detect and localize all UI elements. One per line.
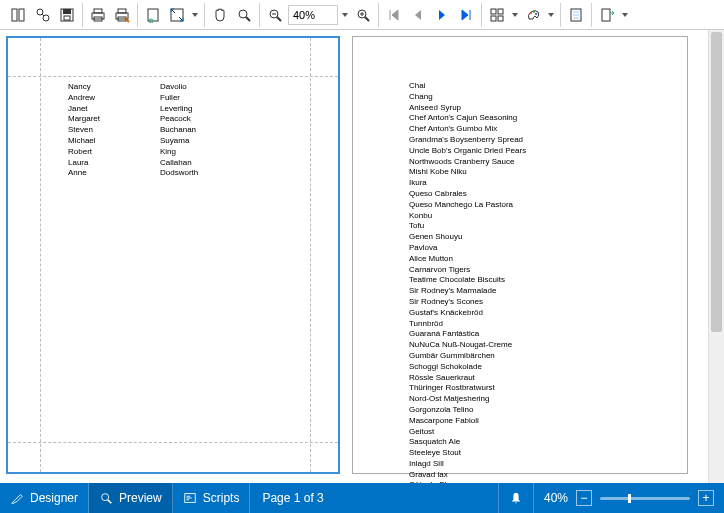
color-button[interactable]	[522, 4, 544, 26]
list-item: Steven	[68, 125, 100, 136]
next-page-button[interactable]	[431, 4, 453, 26]
scrollbar-thumb[interactable]	[711, 32, 722, 332]
list-item: Sir Rodney's Marmalade	[409, 286, 526, 297]
multipage-button[interactable]	[486, 4, 508, 26]
svg-rect-6	[63, 9, 71, 14]
list-item: Guaraná Fantástica	[409, 329, 526, 340]
magnifier-button[interactable]	[233, 4, 255, 26]
list-item: Michael	[68, 136, 100, 147]
list-item: Pavlova	[409, 243, 526, 254]
export-button[interactable]	[596, 4, 618, 26]
save-button[interactable]	[56, 4, 78, 26]
list-item: Uncle Bob's Organic Dried Pears	[409, 146, 526, 157]
list-item: Rössle Sauerkraut	[409, 373, 526, 384]
zoom-input[interactable]	[288, 5, 338, 25]
zoom-in-status-button[interactable]: +	[698, 490, 714, 506]
list-item: Alice Mutton	[409, 254, 526, 265]
zoom-label: 40%	[544, 491, 568, 505]
list-item: Andrew	[68, 93, 100, 104]
list-item: Nord-Ost Matjeshering	[409, 394, 526, 405]
list-item: Robert	[68, 147, 100, 158]
svg-rect-28	[491, 16, 496, 21]
svg-line-18	[246, 17, 250, 21]
svg-point-17	[239, 10, 247, 18]
list-item: Ikura	[409, 178, 526, 189]
list-item: Steeleye Stout	[409, 448, 526, 459]
last-name-column: DavolioFullerLeverlingPeacockBuchananSuy…	[160, 82, 198, 179]
page-2[interactable]: ChaiChangAniseed SyrupChef Anton's Cajun…	[352, 36, 688, 474]
list-item: Schoggi Schokolade	[409, 362, 526, 373]
list-item: Callahan	[160, 158, 198, 169]
svg-rect-11	[118, 9, 126, 13]
list-item: Gumbär Gummibärchen	[409, 351, 526, 362]
page-1[interactable]: NancyAndrewJanetMargaretStevenMichaelRob…	[6, 36, 340, 474]
list-item: Suyama	[160, 136, 198, 147]
multipage-dropdown[interactable]	[510, 4, 520, 26]
page-setup-button[interactable]	[142, 4, 164, 26]
zoom-in-button[interactable]	[352, 4, 374, 26]
list-item: Laura	[68, 158, 100, 169]
list-item: Leverling	[160, 104, 198, 115]
list-item: Aniseed Syrup	[409, 103, 526, 114]
list-item: Anne	[68, 168, 100, 179]
print-button[interactable]	[87, 4, 109, 26]
page-info: Page 1 of 3	[250, 483, 335, 513]
list-item: Buchanan	[160, 125, 198, 136]
list-item: Queso Manchego La Pastora	[409, 200, 526, 211]
list-item: Teatime Chocolate Biscuits	[409, 275, 526, 286]
vertical-scrollbar[interactable]	[708, 30, 724, 483]
products-column: ChaiChangAniseed SyrupChef Anton's Cajun…	[409, 81, 526, 483]
list-item: Chang	[409, 92, 526, 103]
zoom-slider-thumb[interactable]	[628, 494, 631, 503]
color-dropdown[interactable]	[546, 4, 556, 26]
list-item: NuNuCa Nuß-Nougat-Creme	[409, 340, 526, 351]
notifications-button[interactable]	[498, 483, 534, 513]
list-item: Chef Anton's Gumbo Mix	[409, 124, 526, 135]
svg-line-39	[108, 500, 112, 504]
first-page-button[interactable]	[383, 4, 405, 26]
scale-button[interactable]	[166, 4, 188, 26]
tab-preview[interactable]: Preview	[89, 483, 173, 513]
zoom-out-status-button[interactable]: −	[576, 490, 592, 506]
svg-line-4	[42, 14, 44, 16]
list-item: King	[160, 147, 198, 158]
hand-tool-button[interactable]	[209, 4, 231, 26]
tab-designer[interactable]: Designer	[0, 483, 89, 513]
svg-rect-27	[498, 9, 503, 14]
watermark-button[interactable]	[565, 4, 587, 26]
prev-page-button[interactable]	[407, 4, 429, 26]
list-item: Geitost	[409, 427, 526, 438]
scale-dropdown[interactable]	[190, 4, 200, 26]
find-button[interactable]	[32, 4, 54, 26]
quick-print-button[interactable]	[111, 4, 133, 26]
list-item: Chef Anton's Cajun Seasoning	[409, 113, 526, 124]
list-item: Inlagd Sill	[409, 459, 526, 470]
svg-line-25	[365, 17, 369, 21]
svg-point-38	[102, 494, 109, 501]
zoom-slider[interactable]	[600, 497, 690, 500]
list-item: Carnarvon Tigers	[409, 265, 526, 276]
list-item: Mascarpone Fabioli	[409, 416, 526, 427]
toggle-docmap-button[interactable]	[8, 4, 30, 26]
designer-icon	[10, 491, 24, 505]
export-dropdown[interactable]	[620, 4, 630, 26]
bell-icon	[509, 491, 523, 505]
preview-viewport[interactable]: NancyAndrewJanetMargaretStevenMichaelRob…	[0, 30, 724, 483]
first-name-column: NancyAndrewJanetMargaretStevenMichaelRob…	[68, 82, 100, 179]
list-item: Mishi Kobe Niku	[409, 167, 526, 178]
zoom-dropdown[interactable]	[340, 4, 350, 26]
status-bar: Designer Preview Scripts Page 1 of 3 40%…	[0, 483, 724, 513]
tab-scripts-label: Scripts	[203, 491, 240, 505]
list-item: Queso Cabrales	[409, 189, 526, 200]
list-item: Thüringer Rostbratwurst	[409, 383, 526, 394]
scripts-icon	[183, 491, 197, 505]
list-item: Dodsworth	[160, 168, 198, 179]
tab-scripts[interactable]: Scripts	[173, 483, 251, 513]
list-item: Tofu	[409, 221, 526, 232]
svg-line-21	[277, 17, 281, 21]
last-page-button[interactable]	[455, 4, 477, 26]
svg-rect-29	[498, 16, 503, 21]
svg-rect-26	[491, 9, 496, 14]
svg-point-30	[530, 12, 532, 14]
zoom-out-button[interactable]	[264, 4, 286, 26]
